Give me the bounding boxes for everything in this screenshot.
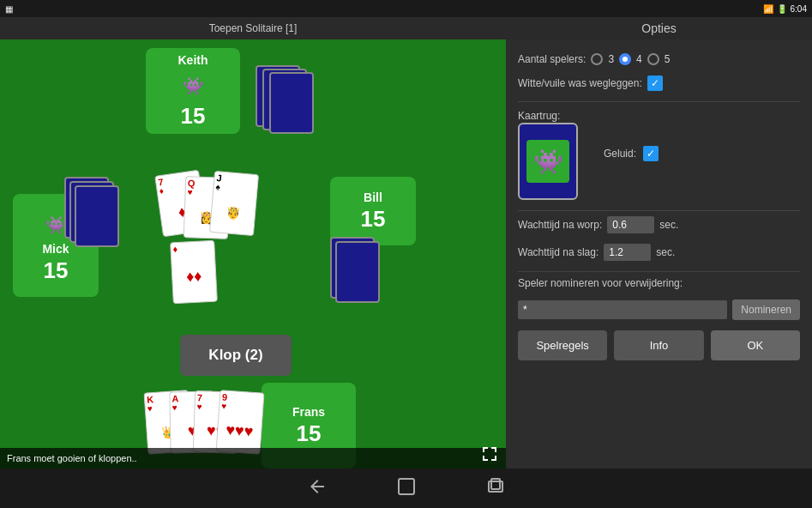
keith-avatar: 👾 xyxy=(176,69,210,103)
info-button[interactable]: Info xyxy=(614,330,703,360)
nomineren-button[interactable]: Nomineren xyxy=(732,299,800,320)
radio-4[interactable] xyxy=(619,53,631,65)
status-bar: ▦ 📶 🔋 6:04 xyxy=(0,0,812,17)
back-button[interactable] xyxy=(307,476,328,501)
slag-sec-label: sec. xyxy=(656,246,675,258)
bill-score: 15 xyxy=(361,206,386,233)
signal-icon: 📶 xyxy=(763,4,773,14)
player-bill: Bill 15 xyxy=(330,177,416,245)
radio-3-label: 3 xyxy=(608,53,614,65)
nomineren-input-row: Nomineren xyxy=(518,299,800,320)
aantal-spelers-label: Aantal spelers: xyxy=(518,53,586,65)
frans-score: 15 xyxy=(297,420,322,447)
svg-rect-0 xyxy=(399,479,414,494)
kaartrug-monster: 👾 xyxy=(526,140,569,183)
svg-rect-2 xyxy=(491,479,500,489)
spelregels-button[interactable]: Spelregels xyxy=(518,330,607,360)
wachttijd-slag-label: Wachttijd na slag: xyxy=(518,246,598,258)
ok-button[interactable]: OK xyxy=(711,330,800,360)
wachttijd-slag-input[interactable] xyxy=(604,244,651,261)
radio-5-label: 5 xyxy=(665,53,671,65)
witte-vuile-checkbox[interactable]: ✓ xyxy=(647,76,663,91)
wachttijd-worp-row: Wachttijd na worp: sec. xyxy=(518,216,800,233)
frans-name: Frans xyxy=(292,405,325,419)
frans-card-9: 9 ♥ ♥♥♥ xyxy=(216,390,265,454)
options-title-bar: Opties xyxy=(506,17,812,39)
kaartrug-label: Kaartrug: xyxy=(518,110,560,122)
wachttijd-worp-input[interactable] xyxy=(607,216,654,233)
radio-4-label: 4 xyxy=(636,53,642,65)
divider-1 xyxy=(518,101,800,102)
wachttijd-slag-row: Wachttijd na slag: sec. xyxy=(518,244,800,261)
nomineren-input[interactable] xyxy=(518,300,727,319)
app-icon: ▦ xyxy=(5,4,13,14)
kaartrug-preview[interactable]: 👾 xyxy=(518,123,578,200)
status-message: Frans moet gooien of kloppen.. xyxy=(7,453,137,463)
recent-button[interactable] xyxy=(485,476,506,501)
divider-3 xyxy=(518,271,800,272)
options-title: Opties xyxy=(641,21,676,35)
nav-bar xyxy=(0,469,812,508)
keith-name: Keith xyxy=(178,53,208,67)
geluid-group: Geluid: ✓ xyxy=(604,146,659,161)
time-display: 6:04 xyxy=(791,4,807,14)
battery-icon: 🔋 xyxy=(777,4,787,14)
game-title: Toepen Solitaire [1] xyxy=(209,22,298,34)
witte-vuile-label: Witte/vuile was wegleggen: xyxy=(518,77,642,89)
divider-2 xyxy=(518,210,800,211)
center-card-diamond: ♦ ♦♦ xyxy=(170,240,218,305)
klop-label: Klop (2) xyxy=(208,347,262,364)
game-status-bar: Frans moet gooien of kloppen.. xyxy=(0,448,506,469)
kaartrug-group: Kaartrug: 👾 xyxy=(518,107,578,200)
klop-button[interactable]: Klop (2) xyxy=(180,335,292,376)
player-keith: Keith 👾 15 xyxy=(146,48,240,134)
game-title-bar: Toepen Solitaire [1] xyxy=(0,17,506,39)
mick-score: 15 xyxy=(44,257,69,284)
geluid-label: Geluid: xyxy=(604,148,636,160)
bill-name: Bill xyxy=(364,190,382,204)
aantal-spelers-row: Aantal spelers: 3 4 5 xyxy=(518,53,800,65)
radio-5[interactable] xyxy=(647,53,659,65)
radio-3[interactable] xyxy=(591,53,603,65)
keith-card-3 xyxy=(269,72,314,134)
mick-name: Mick xyxy=(42,242,69,256)
game-area: Keith 👾 15 👾 Mick 15 Bill 15 7 ♦ ♦ xyxy=(0,39,506,469)
center-card-j: J ♠ 🤴 xyxy=(209,171,259,236)
kaartrug-section: Kaartrug: 👾 Geluid: ✓ xyxy=(518,107,800,200)
witte-vuile-row: Witte/vuile was wegleggen: ✓ xyxy=(518,76,800,91)
nomineren-label-row: Speler nomineren voor verwijdering: xyxy=(518,277,800,289)
radio-group-spelers: 3 4 5 xyxy=(591,53,670,65)
wachttijd-worp-label: Wachttijd na worp: xyxy=(518,219,602,231)
mick-card-3 xyxy=(75,185,119,247)
fullscreen-button[interactable] xyxy=(478,443,501,465)
bill-card-2 xyxy=(335,241,380,303)
worp-sec-label: sec. xyxy=(659,219,678,231)
geluid-checkbox[interactable]: ✓ xyxy=(643,146,659,161)
action-buttons: Spelregels Info OK xyxy=(518,330,800,360)
home-button[interactable] xyxy=(396,476,417,501)
nomineren-label: Speler nomineren voor verwijdering: xyxy=(518,277,683,289)
keith-score: 15 xyxy=(181,103,206,130)
options-panel: Aantal spelers: 3 4 5 Witte/vuile was we… xyxy=(506,39,812,469)
